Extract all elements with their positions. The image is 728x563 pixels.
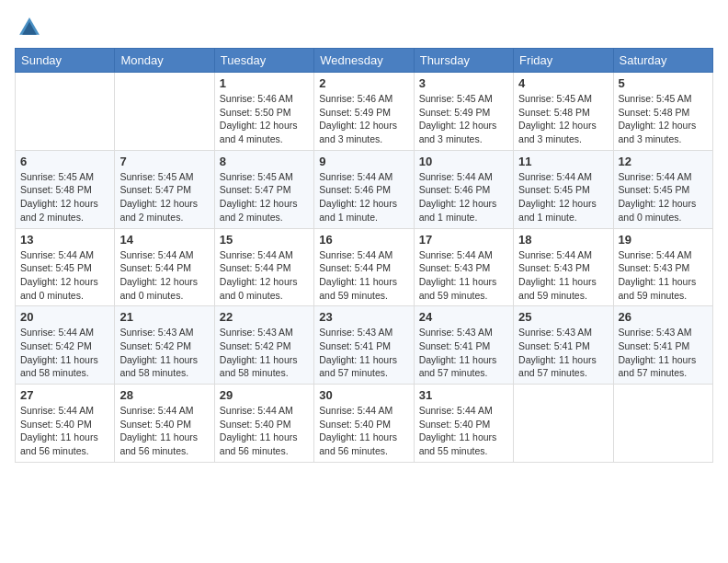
calendar-day-cell: 28Sunrise: 5:44 AMSunset: 5:40 PMDayligh… bbox=[115, 385, 214, 463]
day-of-week-header: Monday bbox=[115, 49, 214, 73]
day-number: 21 bbox=[119, 310, 209, 324]
day-number: 12 bbox=[619, 155, 708, 168]
day-number: 2 bbox=[319, 76, 408, 90]
day-number: 27 bbox=[20, 388, 109, 402]
calendar-day-cell: 29Sunrise: 5:44 AMSunset: 5:40 PMDayligh… bbox=[214, 385, 313, 463]
day-info: Sunrise: 5:44 AMSunset: 5:46 PMDaylight:… bbox=[319, 170, 408, 224]
day-number: 15 bbox=[220, 233, 309, 247]
calendar-day-cell: 4Sunrise: 5:45 AMSunset: 5:48 PMDaylight… bbox=[514, 73, 613, 151]
day-number: 8 bbox=[220, 155, 309, 168]
day-number: 6 bbox=[20, 155, 109, 168]
calendar-day-cell: 26Sunrise: 5:43 AMSunset: 5:41 PMDayligh… bbox=[613, 306, 712, 385]
day-info: Sunrise: 5:44 AMSunset: 5:40 PMDaylight:… bbox=[319, 404, 408, 458]
calendar-day-cell: 10Sunrise: 5:44 AMSunset: 5:46 PMDayligh… bbox=[414, 150, 513, 228]
calendar-day-cell: 24Sunrise: 5:43 AMSunset: 5:41 PMDayligh… bbox=[414, 306, 513, 385]
day-number: 10 bbox=[419, 155, 508, 168]
day-number: 25 bbox=[518, 310, 608, 324]
calendar-day-cell: 27Sunrise: 5:44 AMSunset: 5:40 PMDayligh… bbox=[16, 385, 115, 463]
calendar-day-cell: 31Sunrise: 5:44 AMSunset: 5:40 PMDayligh… bbox=[414, 385, 513, 463]
calendar-day-cell: 8Sunrise: 5:45 AMSunset: 5:47 PMDaylight… bbox=[214, 150, 313, 228]
calendar-day-cell: 15Sunrise: 5:44 AMSunset: 5:44 PMDayligh… bbox=[214, 228, 313, 306]
calendar-day-cell bbox=[613, 385, 712, 463]
calendar-day-cell: 7Sunrise: 5:45 AMSunset: 5:47 PMDaylight… bbox=[115, 150, 214, 228]
day-number: 20 bbox=[20, 310, 109, 324]
day-number: 18 bbox=[518, 233, 608, 247]
day-number: 13 bbox=[20, 233, 109, 247]
day-number: 24 bbox=[419, 310, 508, 324]
day-info: Sunrise: 5:46 AMSunset: 5:49 PMDaylight:… bbox=[319, 92, 408, 146]
day-info: Sunrise: 5:44 AMSunset: 5:46 PMDaylight:… bbox=[419, 170, 508, 224]
calendar-day-cell: 14Sunrise: 5:44 AMSunset: 5:44 PMDayligh… bbox=[115, 228, 214, 306]
page-header bbox=[15, 15, 713, 40]
calendar-day-cell: 22Sunrise: 5:43 AMSunset: 5:42 PMDayligh… bbox=[214, 306, 313, 385]
calendar-day-cell bbox=[115, 73, 214, 151]
calendar-week-row: 27Sunrise: 5:44 AMSunset: 5:40 PMDayligh… bbox=[16, 385, 713, 463]
calendar-header-row: SundayMondayTuesdayWednesdayThursdayFrid… bbox=[16, 49, 713, 73]
day-number: 1 bbox=[220, 76, 309, 90]
day-info: Sunrise: 5:44 AMSunset: 5:45 PMDaylight:… bbox=[20, 248, 109, 303]
calendar-day-cell: 21Sunrise: 5:43 AMSunset: 5:42 PMDayligh… bbox=[115, 306, 214, 385]
calendar-day-cell bbox=[16, 73, 115, 151]
day-info: Sunrise: 5:44 AMSunset: 5:43 PMDaylight:… bbox=[518, 248, 608, 303]
day-info: Sunrise: 5:43 AMSunset: 5:42 PMDaylight:… bbox=[119, 326, 209, 380]
day-info: Sunrise: 5:45 AMSunset: 5:49 PMDaylight:… bbox=[419, 92, 508, 146]
day-info: Sunrise: 5:43 AMSunset: 5:41 PMDaylight:… bbox=[419, 326, 508, 380]
day-number: 22 bbox=[220, 310, 309, 324]
day-number: 9 bbox=[319, 155, 408, 168]
day-number: 11 bbox=[518, 155, 608, 168]
day-number: 7 bbox=[119, 155, 209, 168]
calendar-day-cell: 2Sunrise: 5:46 AMSunset: 5:49 PMDaylight… bbox=[314, 73, 414, 151]
day-number: 3 bbox=[419, 76, 508, 90]
calendar-day-cell: 16Sunrise: 5:44 AMSunset: 5:44 PMDayligh… bbox=[314, 228, 414, 306]
calendar-day-cell: 19Sunrise: 5:44 AMSunset: 5:43 PMDayligh… bbox=[613, 228, 712, 306]
day-number: 28 bbox=[119, 388, 209, 402]
calendar-day-cell: 17Sunrise: 5:44 AMSunset: 5:43 PMDayligh… bbox=[414, 228, 513, 306]
day-number: 4 bbox=[518, 76, 608, 90]
day-info: Sunrise: 5:44 AMSunset: 5:45 PMDaylight:… bbox=[518, 170, 608, 224]
day-info: Sunrise: 5:43 AMSunset: 5:41 PMDaylight:… bbox=[619, 326, 708, 380]
calendar: SundayMondayTuesdayWednesdayThursdayFrid… bbox=[15, 48, 713, 463]
day-of-week-header: Saturday bbox=[613, 49, 712, 73]
day-number: 17 bbox=[419, 233, 508, 247]
day-of-week-header: Thursday bbox=[414, 49, 513, 73]
calendar-day-cell: 30Sunrise: 5:44 AMSunset: 5:40 PMDayligh… bbox=[314, 385, 414, 463]
calendar-day-cell: 3Sunrise: 5:45 AMSunset: 5:49 PMDaylight… bbox=[414, 73, 513, 151]
day-of-week-header: Wednesday bbox=[314, 49, 414, 73]
day-info: Sunrise: 5:44 AMSunset: 5:44 PMDaylight:… bbox=[319, 248, 408, 303]
day-info: Sunrise: 5:44 AMSunset: 5:40 PMDaylight:… bbox=[419, 404, 508, 458]
day-info: Sunrise: 5:44 AMSunset: 5:44 PMDaylight:… bbox=[220, 248, 309, 303]
day-info: Sunrise: 5:44 AMSunset: 5:40 PMDaylight:… bbox=[220, 404, 309, 458]
logo bbox=[15, 15, 42, 40]
day-number: 23 bbox=[319, 310, 408, 324]
calendar-day-cell: 23Sunrise: 5:43 AMSunset: 5:41 PMDayligh… bbox=[314, 306, 414, 385]
calendar-week-row: 13Sunrise: 5:44 AMSunset: 5:45 PMDayligh… bbox=[16, 228, 713, 306]
day-info: Sunrise: 5:44 AMSunset: 5:42 PMDaylight:… bbox=[20, 326, 109, 380]
calendar-week-row: 20Sunrise: 5:44 AMSunset: 5:42 PMDayligh… bbox=[16, 306, 713, 385]
day-number: 5 bbox=[619, 76, 708, 90]
day-info: Sunrise: 5:44 AMSunset: 5:40 PMDaylight:… bbox=[119, 404, 209, 458]
calendar-day-cell: 9Sunrise: 5:44 AMSunset: 5:46 PMDaylight… bbox=[314, 150, 414, 228]
calendar-day-cell: 18Sunrise: 5:44 AMSunset: 5:43 PMDayligh… bbox=[514, 228, 613, 306]
calendar-week-row: 1Sunrise: 5:46 AMSunset: 5:50 PMDaylight… bbox=[16, 73, 713, 151]
day-info: Sunrise: 5:45 AMSunset: 5:48 PMDaylight:… bbox=[619, 92, 708, 146]
calendar-day-cell: 1Sunrise: 5:46 AMSunset: 5:50 PMDaylight… bbox=[214, 73, 313, 151]
calendar-week-row: 6Sunrise: 5:45 AMSunset: 5:48 PMDaylight… bbox=[16, 150, 713, 228]
calendar-day-cell: 25Sunrise: 5:43 AMSunset: 5:41 PMDayligh… bbox=[514, 306, 613, 385]
day-info: Sunrise: 5:43 AMSunset: 5:41 PMDaylight:… bbox=[518, 326, 608, 380]
day-info: Sunrise: 5:44 AMSunset: 5:40 PMDaylight:… bbox=[20, 404, 109, 458]
day-info: Sunrise: 5:44 AMSunset: 5:43 PMDaylight:… bbox=[619, 248, 708, 303]
calendar-day-cell: 12Sunrise: 5:44 AMSunset: 5:45 PMDayligh… bbox=[613, 150, 712, 228]
calendar-day-cell: 20Sunrise: 5:44 AMSunset: 5:42 PMDayligh… bbox=[16, 306, 115, 385]
day-of-week-header: Friday bbox=[514, 49, 613, 73]
calendar-day-cell: 11Sunrise: 5:44 AMSunset: 5:45 PMDayligh… bbox=[514, 150, 613, 228]
day-number: 16 bbox=[319, 233, 408, 247]
day-info: Sunrise: 5:45 AMSunset: 5:48 PMDaylight:… bbox=[20, 170, 109, 224]
day-number: 14 bbox=[119, 233, 209, 247]
day-of-week-header: Tuesday bbox=[214, 49, 313, 73]
logo-icon bbox=[17, 15, 42, 40]
day-info: Sunrise: 5:45 AMSunset: 5:48 PMDaylight:… bbox=[518, 92, 608, 146]
calendar-day-cell: 13Sunrise: 5:44 AMSunset: 5:45 PMDayligh… bbox=[16, 228, 115, 306]
calendar-day-cell: 5Sunrise: 5:45 AMSunset: 5:48 PMDaylight… bbox=[613, 73, 712, 151]
calendar-day-cell: 6Sunrise: 5:45 AMSunset: 5:48 PMDaylight… bbox=[16, 150, 115, 228]
day-info: Sunrise: 5:43 AMSunset: 5:41 PMDaylight:… bbox=[319, 326, 408, 380]
